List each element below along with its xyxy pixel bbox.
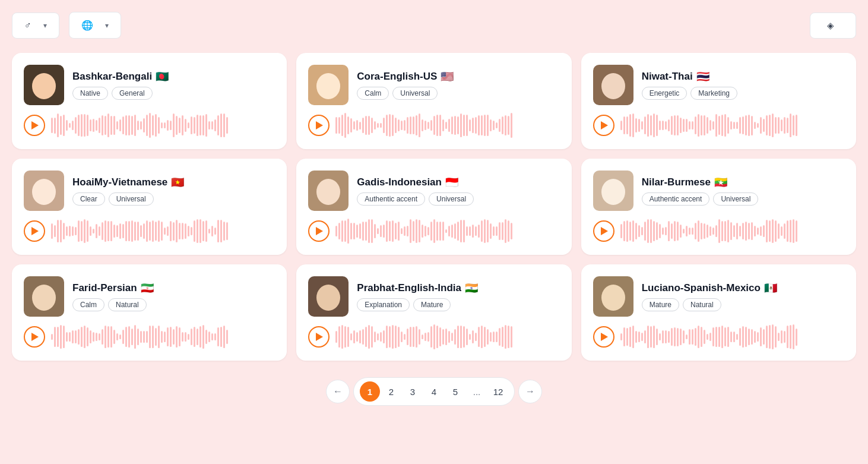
flag-cora: 🇺🇸 bbox=[441, 70, 454, 83]
card-title-prabhat: Prabhat-English-India🇮🇳 bbox=[357, 282, 559, 295]
svg-point-12 bbox=[27, 313, 61, 317]
svg-point-13 bbox=[32, 285, 56, 311]
tag-general: General bbox=[112, 87, 153, 100]
tag-mature: Mature bbox=[413, 298, 451, 311]
svg-point-15 bbox=[316, 285, 340, 311]
voice-card-farid: Farid-Persian🇮🇷CalmNatural bbox=[12, 264, 287, 361]
tag-universal: Universal bbox=[392, 87, 438, 100]
play-icon-bashkar bbox=[31, 121, 39, 130]
svg-point-16 bbox=[597, 313, 630, 317]
voice-card-niwat: Niwat-Thai🇹🇭EnergeticMarketing bbox=[581, 53, 856, 149]
tag-clear: Clear bbox=[72, 192, 105, 206]
pagination: ← 12345...12 → bbox=[12, 377, 856, 406]
waveform bbox=[620, 325, 844, 349]
waveform bbox=[335, 113, 559, 137]
avatar-nilar bbox=[593, 171, 633, 211]
card-title-luciano: Luciano-Spanish-Mexico🇲🇽 bbox=[642, 282, 844, 295]
play-button-cora[interactable] bbox=[308, 115, 330, 136]
play-icon-luciano bbox=[601, 333, 608, 341]
play-icon-gadis bbox=[316, 227, 323, 235]
svg-point-3 bbox=[316, 73, 340, 99]
waveform bbox=[335, 219, 559, 243]
flag-luciano: 🇲🇽 bbox=[764, 282, 777, 295]
svg-point-11 bbox=[601, 179, 625, 205]
waveform bbox=[620, 113, 844, 137]
page-number-5[interactable]: 5 bbox=[445, 381, 465, 402]
card-title-farid: Farid-Persian🇮🇷 bbox=[72, 282, 275, 295]
gender-chevron-icon: ▾ bbox=[43, 21, 47, 30]
page-number-4[interactable]: 4 bbox=[424, 381, 444, 402]
svg-point-1 bbox=[32, 73, 56, 99]
clear-filters-icon: ◈ bbox=[827, 20, 834, 31]
next-page-button[interactable]: → bbox=[518, 380, 542, 403]
cards-grid: Bashkar-Bengali🇧🇩NativeGeneralCora-Engli… bbox=[12, 53, 856, 361]
clear-filters-button[interactable]: ◈ bbox=[810, 12, 856, 39]
tag-native: Native bbox=[72, 87, 108, 100]
avatar-bashkar bbox=[24, 65, 64, 105]
tag-energetic: Energetic bbox=[642, 87, 688, 100]
svg-point-5 bbox=[601, 73, 625, 99]
flag-nilar: 🇲🇲 bbox=[714, 176, 727, 189]
svg-point-7 bbox=[32, 179, 56, 205]
card-title-niwat: Niwat-Thai🇹🇭 bbox=[642, 70, 844, 83]
page-number-2[interactable]: 2 bbox=[381, 381, 401, 402]
avatar-prabhat bbox=[308, 276, 349, 317]
play-button-gadis[interactable] bbox=[308, 220, 330, 242]
play-icon-prabhat bbox=[316, 333, 323, 341]
play-button-luciano[interactable] bbox=[593, 326, 614, 348]
svg-point-0 bbox=[27, 102, 61, 105]
play-icon-nilar bbox=[601, 227, 608, 235]
tag-universal: Universal bbox=[713, 192, 758, 206]
page-dots: ... bbox=[467, 381, 487, 402]
play-button-bashkar[interactable] bbox=[24, 115, 45, 136]
card-title-hoaimy: HoaiMy-Vietnamese🇻🇳 bbox=[72, 176, 275, 189]
select-gender-button[interactable]: ♂ ▾ bbox=[12, 12, 59, 39]
svg-point-8 bbox=[312, 207, 345, 211]
page-number-3[interactable]: 3 bbox=[403, 381, 423, 402]
tag-authentic-accent: Authentic accent bbox=[357, 192, 425, 206]
voice-name-luciano: Luciano-Spanish-Mexico bbox=[642, 282, 761, 294]
waveform bbox=[51, 113, 275, 137]
flag-farid: 🇮🇷 bbox=[141, 282, 154, 295]
avatar-cora bbox=[308, 65, 349, 105]
flag-niwat: 🇹🇭 bbox=[696, 70, 709, 83]
waveform bbox=[620, 219, 844, 243]
card-title-cora: Cora-English-US🇺🇸 bbox=[357, 70, 559, 83]
play-button-farid[interactable] bbox=[24, 326, 45, 348]
svg-point-14 bbox=[312, 313, 345, 317]
waveform bbox=[51, 219, 275, 243]
avatar-niwat bbox=[593, 65, 633, 105]
svg-point-10 bbox=[597, 207, 630, 211]
waveform bbox=[335, 325, 559, 349]
play-button-nilar[interactable] bbox=[593, 220, 614, 242]
tag-natural: Natural bbox=[683, 298, 721, 311]
play-button-niwat[interactable] bbox=[593, 115, 614, 136]
page-number-12[interactable]: 12 bbox=[488, 381, 508, 402]
voice-card-luciano: Luciano-Spanish-Mexico🇲🇽MatureNatural bbox=[581, 264, 856, 361]
play-icon-cora bbox=[316, 121, 323, 130]
avatar-gadis bbox=[308, 171, 349, 211]
voice-card-gadis: Gadis-Indonesian🇮🇩Authentic accentUniver… bbox=[296, 159, 571, 255]
gender-icon: ♂ bbox=[24, 20, 31, 31]
select-attire-button[interactable]: 🌐 ▾ bbox=[69, 12, 121, 39]
tag-mature: Mature bbox=[642, 298, 679, 311]
svg-point-4 bbox=[597, 102, 630, 105]
avatar-luciano bbox=[593, 276, 633, 317]
page-number-1[interactable]: 1 bbox=[360, 381, 380, 402]
waveform bbox=[51, 325, 275, 349]
play-button-prabhat[interactable] bbox=[308, 326, 330, 348]
prev-page-button[interactable]: ← bbox=[326, 380, 350, 403]
flag-gadis: 🇮🇩 bbox=[445, 176, 458, 189]
voice-name-hoaimy: HoaiMy-Vietnamese bbox=[72, 176, 167, 188]
avatar-hoaimy bbox=[24, 171, 64, 211]
voice-name-cora: Cora-English-US bbox=[357, 71, 437, 83]
card-title-bashkar: Bashkar-Bengali🇧🇩 bbox=[72, 70, 275, 83]
svg-point-17 bbox=[601, 285, 625, 311]
tag-marketing: Marketing bbox=[690, 87, 737, 100]
tag-explanation: Explanation bbox=[357, 298, 410, 311]
play-button-hoaimy[interactable] bbox=[24, 220, 45, 242]
svg-point-2 bbox=[312, 102, 345, 105]
voice-name-gadis: Gadis-Indonesian bbox=[357, 176, 442, 188]
attire-chevron-icon: ▾ bbox=[105, 21, 109, 30]
voice-card-prabhat: Prabhat-English-India🇮🇳ExplanationMature bbox=[296, 264, 571, 361]
